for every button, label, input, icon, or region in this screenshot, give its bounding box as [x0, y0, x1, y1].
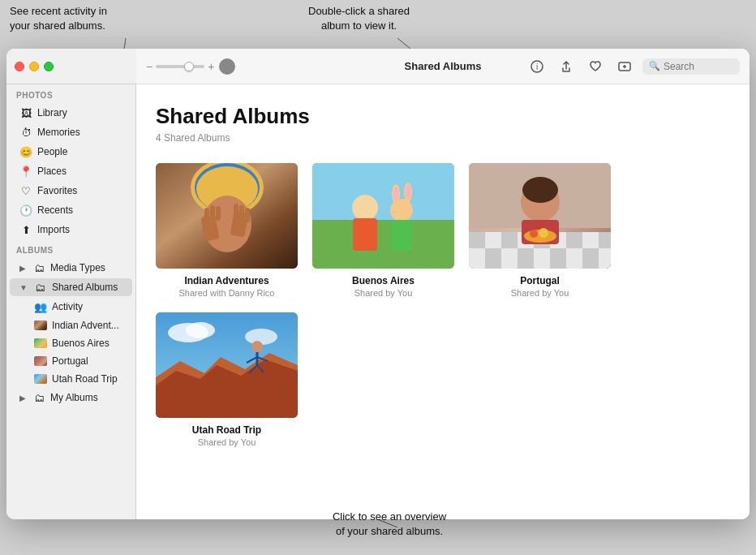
svg-rect-23 — [312, 220, 454, 269]
add-button[interactable] — [613, 55, 636, 78]
sidebar-item-portugal[interactable]: Portugal — [10, 353, 132, 369]
annotation-topleft: See recent activity in your shared album… — [10, 4, 107, 33]
svg-point-24 — [352, 195, 378, 221]
main-content: Shared Albums 4 Shared Albums — [136, 84, 750, 519]
activity-icon: 👥 — [34, 300, 47, 313]
sidebar-item-shared-albums[interactable]: ▼ 🗂 Shared Albums — [10, 278, 132, 296]
search-input[interactable] — [664, 61, 728, 72]
maximize-button[interactable] — [44, 62, 54, 71]
annotation-bottom: Click to see an overview of your shared … — [333, 510, 446, 539]
album-name-portugal: Portugal — [520, 275, 560, 286]
shared-albums-icon: 🗂 — [34, 281, 47, 294]
sidebar-item-buenos-aires[interactable]: Buenos Aires — [10, 335, 132, 351]
library-icon: 🖼 — [19, 106, 32, 119]
sidebar-item-recents[interactable]: 🕐 Recents — [10, 201, 132, 219]
disclosure-media-types: ▶ — [19, 264, 26, 273]
svg-rect-17 — [216, 206, 221, 221]
svg-rect-19 — [239, 205, 244, 220]
view-toggle-button[interactable] — [219, 58, 235, 75]
slider-increase-button[interactable]: + — [208, 60, 214, 73]
svg-rect-27 — [391, 220, 412, 251]
svg-rect-16 — [210, 205, 215, 220]
album-item-utah-road-trip[interactable]: Utah Road Trip Shared by You — [156, 312, 298, 447]
titlebar: − + Shared Albums i — [136, 49, 750, 84]
photos-section-label: Photos — [6, 84, 135, 103]
size-slider[interactable] — [156, 65, 204, 68]
album-image-buenos-aires — [312, 163, 454, 269]
portugal-thumb — [34, 356, 47, 366]
sidebar-item-people[interactable]: 😊 People — [10, 143, 132, 161]
toolbar-right: i 🔍 — [526, 55, 740, 78]
album-name-buenos-aires: Buenos Aires — [352, 275, 415, 286]
sidebar-item-imports[interactable]: ⬆ Imports — [10, 221, 132, 239]
close-button[interactable] — [15, 62, 24, 71]
album-item-buenos-aires[interactable]: Buenos Aires Shared by You — [312, 163, 454, 298]
album-thumb-indian-adventures — [156, 163, 298, 269]
slider-thumb — [184, 62, 194, 71]
svg-rect-36 — [501, 232, 518, 248]
svg-rect-39 — [599, 232, 611, 248]
album-name-utah-road-trip: Utah Road Trip — [192, 424, 261, 436]
svg-point-56 — [251, 341, 263, 352]
page-title: Shared Albums — [156, 104, 730, 129]
sidebar-item-activity[interactable]: 👥 Activity — [10, 298, 132, 316]
sidebar-item-media-types[interactable]: ▶ 🗂 Media Types — [10, 259, 132, 277]
memories-icon: ⏱ — [19, 126, 32, 139]
albums-grid: Indian Adventures Shared with Danny Rico — [156, 163, 730, 447]
album-image-indian-adventures — [156, 163, 298, 269]
album-thumb-portugal — [469, 163, 611, 269]
album-thumb-buenos-aires — [312, 163, 454, 269]
toolbar-title: Shared Albums — [405, 60, 482, 72]
album-subtitle-portugal: Shared by You — [511, 288, 569, 298]
album-thumb-utah-road-trip — [156, 312, 298, 418]
info-button[interactable]: i — [526, 55, 548, 78]
share-icon — [560, 60, 573, 73]
svg-rect-43 — [582, 248, 599, 269]
disclosure-my-albums: ▶ — [19, 394, 26, 402]
sidebar-item-library[interactable]: 🖼 Library — [10, 104, 132, 122]
buenos-aires-thumb — [34, 338, 47, 348]
album-item-portugal[interactable]: Portugal Shared by You — [469, 163, 611, 298]
svg-point-53 — [245, 329, 277, 345]
people-icon: 😊 — [19, 145, 32, 158]
svg-point-31 — [406, 185, 410, 200]
svg-rect-22 — [312, 163, 454, 220]
share-button[interactable] — [555, 55, 578, 78]
svg-point-26 — [390, 199, 413, 222]
sidebar-item-my-albums[interactable]: ▶ 🗂 My Albums — [10, 389, 132, 407]
heart-icon — [589, 60, 602, 73]
places-icon: 📍 — [19, 165, 32, 178]
svg-point-45 — [522, 177, 558, 203]
size-slider-container: − + — [146, 60, 214, 73]
album-subtitle-indian-adventures: Shared with Danny Rico — [178, 288, 274, 298]
sidebar-item-utah-road-trip[interactable]: Utah Road Trip — [10, 371, 132, 387]
album-item-indian-adventures[interactable]: Indian Adventures Shared with Danny Rico — [156, 163, 298, 298]
main-window: Photos 🖼 Library ⏱ Memories 😊 People 📍 P… — [6, 49, 750, 519]
sidebar-item-indian-adventures[interactable]: Indian Advent... — [10, 317, 132, 333]
search-box[interactable]: 🔍 — [642, 58, 740, 75]
add-icon — [618, 60, 631, 73]
svg-rect-20 — [245, 208, 250, 222]
toolbar-left: − + — [146, 58, 235, 75]
info-icon: i — [530, 60, 543, 73]
favorite-button[interactable] — [584, 55, 607, 78]
sidebar-item-memories[interactable]: ⏱ Memories — [10, 123, 132, 141]
svg-point-49 — [539, 228, 548, 238]
svg-rect-15 — [204, 208, 209, 222]
svg-rect-18 — [234, 204, 238, 218]
my-albums-icon: 🗂 — [32, 391, 45, 404]
svg-text:i: i — [536, 62, 538, 71]
sidebar-item-favorites[interactable]: ♡ Favorites — [10, 182, 132, 200]
search-icon: 🔍 — [649, 61, 660, 71]
album-image-utah-road-trip — [156, 312, 298, 418]
slider-decrease-button[interactable]: − — [146, 60, 152, 73]
albums-section-label: Albums — [6, 239, 135, 258]
svg-rect-35 — [469, 232, 485, 248]
minimize-button[interactable] — [29, 62, 39, 71]
sidebar-item-places[interactable]: 📍 Places — [10, 162, 132, 180]
utah-road-trip-thumb — [34, 374, 47, 384]
album-name-indian-adventures: Indian Adventures — [184, 275, 268, 286]
svg-rect-38 — [566, 232, 582, 248]
indian-adventures-thumb — [34, 321, 47, 330]
svg-point-30 — [393, 187, 398, 201]
